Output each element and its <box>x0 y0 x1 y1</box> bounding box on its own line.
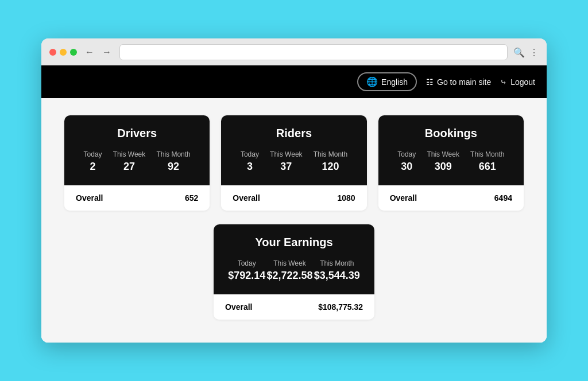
earnings-today-value: $792.14 <box>228 270 265 282</box>
logout-icon: ⤷ <box>500 77 507 87</box>
address-bar[interactable] <box>119 44 508 60</box>
drivers-week: This Week 27 <box>113 150 145 173</box>
bookings-today-value: 30 <box>397 161 416 173</box>
drivers-stats: Today 2 This Week 27 This Month 92 <box>78 150 196 173</box>
riders-overall-value: 1080 <box>338 193 355 203</box>
bookings-card-dark: Bookings Today 30 This Week 309 <box>378 115 524 185</box>
riders-today: Today 3 <box>241 150 259 173</box>
drivers-month-value: 92 <box>156 161 190 173</box>
earnings-today-label: Today <box>228 259 265 267</box>
bookings-today: Today 30 <box>397 150 416 173</box>
riders-today-value: 3 <box>241 161 259 173</box>
logout-label: Logout <box>510 77 535 87</box>
riders-month: This Month 120 <box>314 150 347 173</box>
nav-buttons: ← → <box>83 46 114 59</box>
drivers-month-label: This Month <box>156 150 190 158</box>
browser-window: ← → 🔍 ⋮ 🌐 English ☷ Go to main site ⤷ Lo… <box>41 38 547 343</box>
search-icon[interactable]: 🔍 <box>513 47 525 58</box>
bookings-stats: Today 30 This Week 309 This Month 661 <box>392 150 510 173</box>
riders-week: This Week 37 <box>270 150 302 173</box>
drivers-month: This Month 92 <box>156 150 190 173</box>
riders-footer: Overall 1080 <box>221 185 366 211</box>
bookings-footer: Overall 6494 <box>378 185 524 211</box>
bookings-overall-label: Overall <box>390 193 417 203</box>
globe-icon: 🌐 <box>366 76 378 87</box>
drivers-overall-value: 652 <box>185 193 198 203</box>
top-nav: 🌐 English ☷ Go to main site ⤷ Logout <box>41 65 547 98</box>
main-site-label: Go to main site <box>437 77 491 87</box>
bookings-overall-value: 6494 <box>494 193 512 203</box>
earnings-stats: Today $792.14 This Week $2,722.58 This M… <box>227 259 361 282</box>
earnings-overall-value: $108,775.32 <box>318 302 363 312</box>
bookings-month-value: 661 <box>470 161 504 173</box>
earnings-month: This Month $3,544.39 <box>314 259 360 282</box>
logout-link[interactable]: ⤷ Logout <box>500 77 535 87</box>
drivers-today-value: 2 <box>84 161 102 173</box>
riders-title: Riders <box>235 127 353 140</box>
language-button[interactable]: 🌐 English <box>357 72 417 91</box>
drivers-card-dark: Drivers Today 2 This Week 27 Thi <box>64 115 210 185</box>
traffic-lights <box>49 49 77 56</box>
earnings-footer: Overall $108,775.32 <box>214 294 374 320</box>
close-button[interactable] <box>49 49 56 56</box>
minimize-button[interactable] <box>60 49 67 56</box>
main-content: Drivers Today 2 This Week 27 Thi <box>41 98 547 343</box>
earnings-month-label: This Month <box>314 259 360 267</box>
drivers-card: Drivers Today 2 This Week 27 Thi <box>64 115 210 211</box>
riders-month-label: This Month <box>314 150 347 158</box>
forward-button[interactable]: → <box>100 46 114 59</box>
page-content: 🌐 English ☷ Go to main site ⤷ Logout Dri… <box>41 65 547 343</box>
riders-week-value: 37 <box>270 161 302 173</box>
riders-card-dark: Riders Today 3 This Week 37 This <box>221 115 366 185</box>
drivers-footer: Overall 652 <box>64 185 210 211</box>
riders-week-label: This Week <box>270 150 302 158</box>
earnings-overall-label: Overall <box>225 302 252 312</box>
earnings-row: Your Earnings Today $792.14 This Week $2… <box>64 224 524 320</box>
maximize-button[interactable] <box>70 49 77 56</box>
main-site-link[interactable]: ☷ Go to main site <box>426 77 491 87</box>
earnings-week-value: $2,722.58 <box>266 270 312 282</box>
riders-card: Riders Today 3 This Week 37 This <box>221 115 366 211</box>
bookings-week-value: 309 <box>427 161 459 173</box>
bookings-week: This Week 309 <box>427 150 459 173</box>
earnings-month-value: $3,544.39 <box>314 270 360 282</box>
bookings-title: Bookings <box>392 127 510 140</box>
riders-overall-label: Overall <box>233 193 260 203</box>
earnings-title: Your Earnings <box>227 236 361 249</box>
drivers-week-label: This Week <box>113 150 145 158</box>
bookings-week-label: This Week <box>427 150 459 158</box>
riders-today-label: Today <box>241 150 259 158</box>
earnings-week: This Week $2,722.58 <box>266 259 312 282</box>
bookings-month-label: This Month <box>470 150 504 158</box>
drivers-overall-label: Overall <box>76 193 103 203</box>
bookings-today-label: Today <box>397 150 416 158</box>
earnings-today: Today $792.14 <box>228 259 265 282</box>
bookings-month: This Month 661 <box>470 150 504 173</box>
drivers-today-label: Today <box>84 150 102 158</box>
menu-icon[interactable]: ⋮ <box>529 47 539 58</box>
earnings-card-dark: Your Earnings Today $792.14 This Week $2… <box>214 224 374 294</box>
stats-cards-row: Drivers Today 2 This Week 27 Thi <box>64 115 524 211</box>
browser-chrome: ← → 🔍 ⋮ <box>41 38 547 65</box>
earnings-week-label: This Week <box>266 259 312 267</box>
riders-stats: Today 3 This Week 37 This Month 120 <box>235 150 353 173</box>
bookings-card: Bookings Today 30 This Week 309 <box>378 115 524 211</box>
external-link-icon: ☷ <box>426 77 434 87</box>
drivers-title: Drivers <box>78 127 196 140</box>
drivers-today: Today 2 <box>84 150 102 173</box>
back-button[interactable]: ← <box>83 46 96 59</box>
browser-icons: 🔍 ⋮ <box>513 47 539 58</box>
language-label: English <box>381 77 408 87</box>
drivers-week-value: 27 <box>113 161 145 173</box>
riders-month-value: 120 <box>314 161 347 173</box>
earnings-card: Your Earnings Today $792.14 This Week $2… <box>214 224 374 320</box>
